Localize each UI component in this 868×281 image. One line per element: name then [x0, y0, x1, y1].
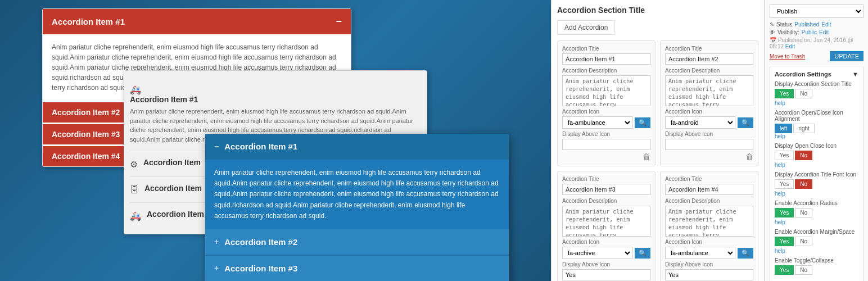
display-title-yes-btn[interactable]: Yes — [775, 89, 794, 98]
publish-date: 📅 Published on: Jun 24, 2016 @ 08:12 Edi… — [770, 37, 864, 49]
enable-toggle-no-btn[interactable]: No — [795, 265, 812, 275]
edit-date-link[interactable]: Edit — [785, 43, 795, 49]
icon-align-help[interactable]: help — [775, 133, 858, 139]
align-right-btn[interactable]: right — [793, 124, 814, 133]
delete-icon-2[interactable]: 🗑 — [665, 152, 753, 161]
display-title-font-label: Display Accordion Title Font Icon — [775, 171, 858, 178]
display-open-close-help[interactable]: help — [775, 162, 858, 168]
edit-status-link[interactable]: Edit — [821, 21, 831, 28]
enable-radius-no-btn[interactable]: No — [795, 208, 812, 217]
publish-dropdown[interactable]: Publish — [770, 4, 864, 18]
blue-accordion-active-header[interactable]: − Accordion Item #1 Anim pariatur cliche… — [205, 134, 509, 229]
display-open-close-yes-btn[interactable]: Yes — [775, 151, 794, 160]
display-title-font-help[interactable]: help — [775, 191, 858, 197]
desc-textarea-1[interactable]: Anim pariatur cliche reprehenderit, enim… — [562, 75, 650, 106]
status-value[interactable]: Published — [794, 21, 819, 28]
enable-margin-no-btn[interactable]: No — [795, 237, 812, 246]
display-title-toggle: Yes No — [775, 89, 858, 98]
blue-accordion-title-3: Accordion Item #3 — [224, 264, 297, 273]
display-input-4[interactable] — [665, 269, 753, 280]
enable-radius-toggle: Yes No — [775, 208, 858, 217]
title-input-4[interactable] — [665, 184, 753, 195]
right-panel: Accordion Section Title Add Accordion Ac… — [551, 0, 868, 281]
display-label-3: Display Above Icon — [562, 261, 650, 268]
icon-select-4[interactable]: fa-ambulance — [665, 247, 735, 259]
display-title-no-btn[interactable]: No — [795, 89, 812, 98]
desc-label-3: Accordion Description — [562, 198, 650, 204]
settings-chevron-icon[interactable]: ▼ — [852, 71, 858, 78]
display-label-4: Display Above Icon — [665, 261, 753, 268]
icon-select-3[interactable]: fa-archive — [562, 247, 632, 259]
display-title-font-yes-btn[interactable]: Yes — [775, 179, 794, 189]
title-label-3: Accordion Title — [562, 176, 650, 182]
visibility-icon: 👁 — [770, 29, 775, 35]
align-left-btn[interactable]: left — [775, 124, 792, 133]
title-label-1: Accordion Title — [562, 46, 650, 52]
display-open-close-toggle: Yes No — [775, 151, 858, 160]
settings-panel: Publish ✎ Status Published Edit 👁 Visibi… — [765, 0, 868, 281]
icon-select-1[interactable]: fa-ambulance — [562, 116, 632, 129]
accordion-config-2: Accordion Title Accordion Description An… — [660, 40, 758, 166]
display-open-close-no-btn[interactable]: No — [795, 151, 812, 160]
gray-accordion-title-2: Accordion Item — [143, 158, 201, 167]
display-number-1[interactable] — [562, 139, 650, 150]
blue-accordion-collapsed-2[interactable]: + Accordion Item #2 — [205, 229, 509, 256]
gear-icon: ⚙ — [130, 159, 138, 170]
blue-accordion-collapsed-3[interactable]: + Accordion Item #3 — [205, 256, 509, 281]
desc-textarea-3[interactable]: Anim pariatur cliche reprehenderit, enim… — [562, 206, 650, 237]
minus-icon: − — [214, 142, 219, 151]
delete-icon-1[interactable]: 🗑 — [562, 152, 650, 161]
icon-btn-4[interactable]: 🔍 — [738, 248, 753, 259]
desc-label-2: Accordion Description — [665, 67, 753, 74]
desc-label-1: Accordion Description — [562, 67, 650, 74]
enable-radius-yes-btn[interactable]: Yes — [775, 208, 794, 217]
display-title-setting: Display Accordion Section Title Yes No h… — [775, 81, 858, 106]
display-title-font-no-btn[interactable]: No — [795, 179, 812, 189]
gray-accordion-title-4: Accordion Item — [147, 210, 204, 219]
visibility-label: Visibility: — [777, 29, 799, 35]
enable-toggle-setting: Enable Toggle/Collapse Yes No — [775, 257, 858, 275]
enable-radius-help[interactable]: help — [775, 219, 858, 225]
icon-btn-2[interactable]: 🔍 — [738, 117, 753, 128]
icon-label-4: Accordion Icon — [665, 239, 753, 245]
white-accordion-header-1[interactable]: Accordion Item #1 − — [43, 9, 351, 34]
icon-align-label: Accordion Open/Close Icon Alignment — [775, 110, 858, 122]
display-number-2[interactable] — [665, 139, 753, 150]
display-open-close-setting: Display Open Close Icon Yes No help — [775, 143, 858, 168]
update-button[interactable]: UPDATE — [830, 51, 864, 61]
title-label-4: Accordion Title — [665, 176, 753, 182]
move-to-trash-link[interactable]: Move to Trash — [770, 53, 805, 60]
enable-toggle-yes-btn[interactable]: Yes — [775, 265, 794, 275]
icon-select-2[interactable]: fa-android — [665, 116, 735, 129]
enable-toggle-toggle: Yes No — [775, 265, 858, 275]
display-title-help[interactable]: help — [775, 100, 858, 106]
icon-btn-3[interactable]: 🔍 — [635, 248, 650, 259]
desc-textarea-2[interactable]: Anim pariatur cliche reprehenderit, enim… — [665, 75, 753, 106]
icon-btn-1[interactable]: 🔍 — [635, 117, 650, 128]
edit-visibility-link[interactable]: Edit — [819, 29, 829, 35]
status-icon: ✎ — [770, 21, 774, 28]
visibility-row: 👁 Visibility: Public Edit — [770, 29, 864, 35]
accordion-settings-title: Accordion Settings ▼ — [775, 71, 858, 78]
gray-accordion-title-3: Accordion Item — [144, 184, 202, 193]
archive-icon: 🗄 — [130, 185, 139, 195]
enable-margin-help[interactable]: help — [775, 248, 858, 254]
enable-margin-setting: Enable Accordion Margin/Space Yes No hel… — [775, 229, 858, 254]
title-input-3[interactable] — [562, 184, 650, 195]
accordion-grid-row-1: Accordion Title Accordion Description An… — [557, 40, 758, 166]
accordion-config-1: Accordion Title Accordion Description An… — [557, 40, 655, 166]
display-input-3[interactable] — [562, 269, 650, 280]
title-input-2[interactable] — [665, 53, 753, 65]
status-row: ✎ Status Published Edit — [770, 21, 864, 28]
accordion-grid-row-2: Accordion Title Accordion Description An… — [557, 171, 758, 281]
desc-textarea-4[interactable]: Anim pariatur cliche reprehenderit, enim… — [665, 206, 753, 237]
display-label-2: Display Above Icon — [665, 131, 753, 137]
ambulance-icon-2: 🚑 — [130, 211, 141, 221]
title-input-1[interactable] — [562, 53, 650, 65]
preview-area: Accordion Item #1 − Anim pariatur cliche… — [0, 0, 551, 281]
add-accordion-button[interactable]: Add Accordion — [557, 20, 615, 35]
accordion-config-4: Accordion Title Accordion Description An… — [660, 171, 758, 281]
enable-margin-yes-btn[interactable]: Yes — [775, 237, 794, 246]
icon-select-row-2: fa-android 🔍 — [665, 116, 753, 129]
visibility-value[interactable]: Public — [802, 29, 817, 35]
